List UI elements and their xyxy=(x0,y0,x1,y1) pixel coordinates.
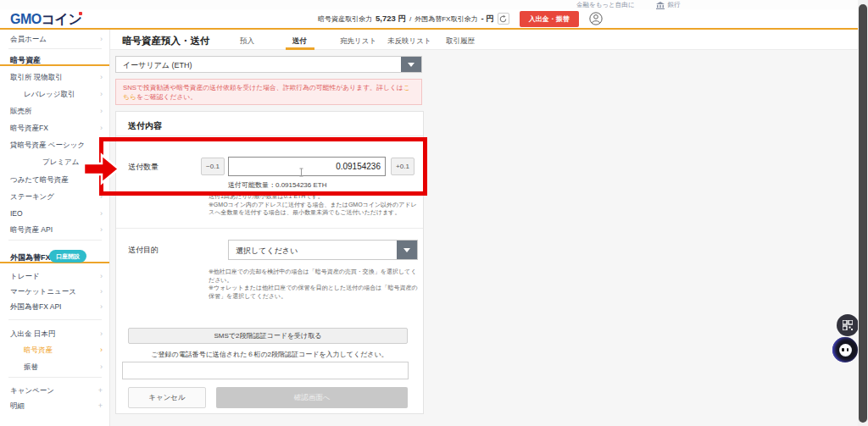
sidebar-item-exchange-spot[interactable]: 取引所 現物取引› xyxy=(0,72,109,84)
currency-select-button[interactable] xyxy=(401,57,421,72)
amount-note-line1: 送付1回あたりの最小数量は0.1 ETHです。 xyxy=(209,192,422,201)
sidebar-item-sales-office[interactable]: 販売所› xyxy=(0,106,109,118)
refresh-icon xyxy=(499,15,507,23)
tab-history[interactable]: 取引履歴 xyxy=(446,36,475,47)
sidebar-item-label: 振替 xyxy=(24,362,38,373)
divider xyxy=(116,228,423,229)
two-factor-code-input[interactable] xyxy=(122,362,409,379)
sidebar-item-label: トレード xyxy=(10,272,40,282)
tab-address-list[interactable]: 宛先リスト xyxy=(340,36,376,47)
sidebar-item-lending-premium[interactable]: プレミアム› xyxy=(0,157,109,169)
amount-note: 送付1回あたりの最小数量は0.1 ETHです。 ※GMOコイン内のアドレスに送付… xyxy=(209,192,422,217)
currency-select[interactable]: イーサリアム (ETH) xyxy=(115,56,422,73)
send-form-card: 送付内容 送付数量 −0.1 +0.1 送付可能数量：0.09154236 ET… xyxy=(115,111,424,414)
gmo-coin-send-page: 金融をもっと自由に 銀行 GMOコイン 暗号資産取引余力 5,723 円 / 外… xyxy=(0,0,868,426)
sidebar-item-label: 明細 xyxy=(10,401,25,412)
sidebar-item-label: 貸暗号資産 ベーシック xyxy=(10,141,85,151)
warning-text: SNSで投資勧誘や暗号資産の送付依頼を受けた場合、詐欺行為の可能性があります。詳… xyxy=(123,84,403,91)
divider xyxy=(8,377,102,378)
scrollbar[interactable] xyxy=(858,0,868,426)
balance-bar: 暗号資産取引余力 5,723 円 / 外国為替FX取引余力 - 円 入出金・振替 xyxy=(318,9,603,28)
gmo-coin-logo[interactable]: GMOコイン xyxy=(10,11,81,29)
sms-note-text: ご登録の電話番号に送信された６桁の2段階認証コードを入力してください。 xyxy=(116,350,423,359)
chevron-right-icon: › xyxy=(100,107,103,115)
chevron-right-icon: › xyxy=(100,272,103,280)
available-amount-text: 送付可能数量：0.09154236 ETH xyxy=(228,180,327,190)
sidebar-item-trade[interactable]: トレード› xyxy=(0,271,109,283)
sidebar-item-ieo[interactable]: IEO› xyxy=(0,208,109,220)
sidebar-item-label: レバレッジ取引 xyxy=(24,90,75,100)
sidebar-item-label: 入出金 日本円 xyxy=(10,329,55,340)
chevron-right-icon: › xyxy=(100,141,103,149)
crypto-power-label: 暗号資産取引余力 xyxy=(318,14,372,24)
scrollbar-thumb[interactable] xyxy=(859,4,867,423)
crypto-power-value: 5,723 円 xyxy=(376,14,406,25)
user-icon xyxy=(589,12,603,25)
sidebar-item-label: 暗号資産FX xyxy=(10,124,48,134)
chevron-right-icon: › xyxy=(100,329,103,338)
sidebar-item-deposit-crypto[interactable]: 暗号資産› xyxy=(0,345,109,357)
sms-code-button[interactable]: SMSで2段階認証コードを受け取る xyxy=(128,328,408,344)
chevron-right-icon: › xyxy=(100,209,103,218)
divider xyxy=(116,136,423,136)
sidebar-item-market-news[interactable]: マーケットニュース› xyxy=(0,286,109,298)
purpose-select-value: 選択してください xyxy=(236,246,298,257)
sidebar-item-staking[interactable]: ステーキング› xyxy=(0,191,109,203)
sidebar-item-campaign[interactable]: キャンペーン+ xyxy=(0,385,109,397)
sidebar-item-label: ステーキング xyxy=(10,192,54,202)
amount-note-line2: ※GMOコイン内のアドレスに送付する場合、またはGMOコイン以外のアドレスへ全数… xyxy=(209,201,422,217)
tab-pending-list[interactable]: 未反映リスト xyxy=(387,36,431,47)
fx-power-value: - 円 xyxy=(481,14,493,25)
qr-code-button[interactable] xyxy=(837,314,859,336)
text-cursor-icon xyxy=(298,168,304,177)
bank-link[interactable]: 銀行 xyxy=(656,1,680,9)
chat-bot-icon xyxy=(839,344,852,357)
sidebar-item-label: つみたて暗号資産 xyxy=(10,175,69,185)
purpose-note-line2: ※ウォレットまたは他社口座での保管を目的とした送付の場合は「暗号資産の保管」を選… xyxy=(209,284,422,300)
amount-input[interactable] xyxy=(228,157,386,176)
tab-send[interactable]: 送付 xyxy=(292,36,307,47)
warning-text-after: をご確認ください。 xyxy=(136,93,197,101)
refresh-button[interactable] xyxy=(498,13,509,25)
header: GMOコイン 暗号資産取引余力 5,723 円 / 外国為替FX取引余力 - 円… xyxy=(0,9,868,30)
sidebar-item-transfer[interactable]: 振替› xyxy=(0,362,109,373)
plus-icon: + xyxy=(98,386,103,395)
minus-step-button[interactable]: −0.1 xyxy=(201,158,225,175)
sidebar-item-lending-basic[interactable]: 貸暗号資産 ベーシック› xyxy=(0,140,109,152)
fx-power-label: 外国為替FX取引余力 xyxy=(415,14,477,24)
sidebar-item-label: 暗号資産 API xyxy=(10,225,53,235)
sidebar-item-deposit-jpy[interactable]: 入出金 日本円› xyxy=(0,329,109,340)
logo-red-dot xyxy=(79,12,82,15)
open-account-badge[interactable]: 口座開設 xyxy=(49,250,86,263)
sidebar-item-member-home[interactable]: 会員ホーム› xyxy=(0,34,109,46)
sidebar-item-label: 取引所 現物取引 xyxy=(10,73,63,83)
sidebar-section-label: 外国為替FX xyxy=(10,252,51,263)
chat-support-button[interactable] xyxy=(832,337,858,362)
purpose-select-button[interactable] xyxy=(397,241,417,259)
account-menu-button[interactable] xyxy=(589,12,603,25)
sidebar-item-crypto-api[interactable]: 暗号資産 API› xyxy=(0,224,109,236)
content-header xyxy=(110,30,858,50)
active-tab-underline xyxy=(286,47,314,50)
page-title: 暗号資産預入・送付 xyxy=(122,35,210,47)
sidebar-item-crypto-fx[interactable]: 暗号資産FX› xyxy=(0,123,109,135)
plus-step-button[interactable]: +0.1 xyxy=(391,158,415,175)
tab-deposit[interactable]: 預入 xyxy=(240,36,254,47)
divider xyxy=(8,319,102,320)
cancel-button[interactable]: キャンセル xyxy=(128,387,206,408)
sidebar-item-statement[interactable]: 明細+ xyxy=(0,401,109,412)
sidebar-item-label: 外国為替FX API xyxy=(10,302,61,313)
chevron-right-icon: › xyxy=(100,346,103,354)
chevron-right-icon: › xyxy=(100,124,103,132)
scam-warning-banner: SNSで投資勧誘や暗号資産の送付依頼を受けた場合、詐欺行為の可能性があります。詳… xyxy=(115,79,422,105)
deposit-withdraw-button[interactable]: 入出金・振替 xyxy=(520,11,579,27)
confirm-button[interactable]: 確認画面へ xyxy=(216,387,408,408)
sidebar-section-label: 暗号資産 xyxy=(10,55,41,66)
sidebar-item-forex-api[interactable]: 外国為替FX API› xyxy=(0,302,109,313)
topbar: 金融をもっと自由に 銀行 xyxy=(0,0,868,9)
purpose-select[interactable]: 選択してください xyxy=(228,240,418,260)
sidebar-section-forex-fx: 外国為替FX口座開設 xyxy=(0,252,109,263)
sidebar-item-tsumitate[interactable]: つみたて暗号資産› xyxy=(0,174,109,186)
chevron-right-icon: › xyxy=(100,192,103,201)
sidebar-item-leverage[interactable]: レバレッジ取引› xyxy=(0,89,109,101)
